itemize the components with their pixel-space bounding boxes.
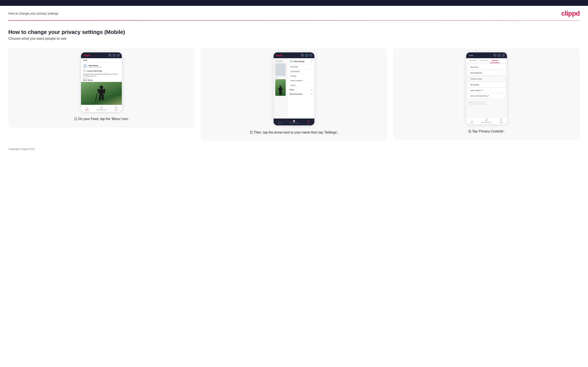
performance-icon: 📈 bbox=[100, 106, 103, 109]
step2-body: APP bbox=[274, 58, 314, 118]
header-title: How to change your privacy settings bbox=[8, 12, 59, 15]
step1-feed-post: BM Blair McHarg Yesterday · Sunningdale … bbox=[81, 62, 122, 81]
step2-section-performance[interactable]: My Performance ∨ bbox=[287, 92, 314, 96]
step3-bottom-bar: ⌂ Home 📈 My Performance ☰ Menu bbox=[466, 117, 507, 124]
step2-bottom-perf-label: My Performance bbox=[289, 122, 299, 124]
step-1-caption: 1) On your Feed, tap the 'Menu' icon. bbox=[74, 117, 129, 121]
step2-nav-icons: 🔍 👤 ⚙ bbox=[301, 54, 312, 57]
step3-settings-body: My Account › Data Integrations › Privacy… bbox=[466, 63, 507, 117]
tab-my-profile[interactable]: My Profile bbox=[468, 58, 478, 63]
svg-rect-4 bbox=[99, 94, 102, 101]
step2-bottom-home-label: Home bbox=[278, 122, 281, 124]
step2-home-label: Home bbox=[290, 89, 294, 91]
step2-menu-settings[interactable]: Settings bbox=[287, 74, 314, 78]
step2-logo: clippd bbox=[276, 54, 282, 57]
step3-bottom-menu[interactable]: ☰ Menu bbox=[500, 118, 503, 123]
top-bar bbox=[0, 0, 588, 6]
golfer-silhouette bbox=[95, 85, 108, 105]
step3-data-integrations[interactable]: Data Integrations › bbox=[468, 70, 505, 75]
step1-bottom-home[interactable]: ⌂ Home bbox=[85, 106, 88, 111]
step3-my-account-chevron: › bbox=[502, 66, 503, 68]
step3-back-bar: ‹ Back 🔍 👤 ⚙ bbox=[466, 52, 507, 58]
step3-service-privacy-label: Service & Privacy Policy ↗ bbox=[470, 95, 489, 97]
step3-version-text: Clippd Client Version: 2022.8.3-3 SQL Se… bbox=[466, 99, 507, 105]
step1-post-name: Blair McHarg bbox=[88, 65, 102, 67]
step3-data-integrations-label: Data Integrations bbox=[470, 72, 482, 74]
search-icon[interactable]: 🔍 bbox=[108, 54, 111, 57]
svg-rect-5 bbox=[101, 94, 104, 100]
step3-settings-icon[interactable]: ⚙ bbox=[502, 54, 505, 57]
step3-privacy-controls-label: Privacy Controls bbox=[471, 78, 482, 80]
step3-nav-icons: 🔍 👤 ⚙ bbox=[494, 54, 505, 57]
step3-bottom-performance[interactable]: 📈 My Performance bbox=[482, 118, 492, 123]
page-heading: How to change your privacy settings (Mob… bbox=[8, 29, 580, 35]
step1-lesson-icon: 📋 bbox=[83, 69, 86, 72]
step-1-card: clippd 🔍 👤 ⚙ Feed BM Blair McHarg bbox=[8, 48, 195, 127]
step2-user-name: Blair McHarg bbox=[294, 60, 304, 62]
menu-icon: ☰ bbox=[115, 106, 117, 109]
svg-rect-1 bbox=[100, 89, 103, 95]
step1-post-desc: Looking to feel like my hands are exitin… bbox=[83, 73, 120, 77]
step1-nav-icons: 🔍 👤 ⚙ bbox=[108, 54, 120, 57]
step3-bottom-home-label: Home bbox=[470, 122, 474, 123]
step1-nav-bar: clippd 🔍 👤 ⚙ bbox=[81, 52, 122, 58]
step1-duration-label: Duration bbox=[83, 78, 120, 79]
step2-perf-icon: 📈 bbox=[293, 120, 295, 122]
step2-performance-label: My Performance bbox=[290, 93, 303, 95]
step2-bottom-close[interactable]: ✕ Menu bbox=[307, 120, 310, 124]
step-3-phone: ‹ Back 🔍 👤 ⚙ My Profile Connections Sett… bbox=[466, 52, 507, 124]
step1-lesson-title: Lesson with Fordy bbox=[87, 70, 102, 72]
step3-my-golf-bag[interactable]: My Golf Bag › bbox=[468, 82, 505, 87]
step2-profile-icon[interactable]: 👤 bbox=[305, 54, 308, 57]
step2-menu-help[interactable]: Help & Support ↗ bbox=[287, 78, 314, 83]
header: How to change your privacy settings clip… bbox=[0, 6, 588, 17]
step3-profile-icon[interactable]: 👤 bbox=[498, 54, 501, 57]
step2-search-icon[interactable]: 🔍 bbox=[301, 54, 304, 57]
step3-bottom-home[interactable]: ⌂ Home bbox=[470, 119, 474, 123]
step3-privacy-controls-chevron: › bbox=[502, 78, 503, 80]
step1-bottom-home-label: Home bbox=[85, 109, 88, 111]
step2-bottom-close-label: Menu bbox=[307, 123, 310, 124]
step2-close-icon: ✕ bbox=[308, 120, 310, 123]
svg-line-6 bbox=[95, 94, 97, 102]
tab-settings[interactable]: Settings bbox=[490, 58, 500, 63]
step2-menu-connections[interactable]: Connections bbox=[287, 69, 314, 74]
step3-my-account[interactable]: My Account › bbox=[468, 65, 505, 70]
step3-perf-icon: 📈 bbox=[485, 118, 488, 121]
page-subheading: Choose what you want people to see bbox=[8, 37, 580, 41]
step2-section-home[interactable]: Home ∨ bbox=[287, 88, 314, 92]
step3-data-integrations-chevron: › bbox=[502, 72, 503, 74]
step3-bottom-performance-label: My Performance bbox=[482, 122, 492, 123]
step1-bottom-menu-label: Menu bbox=[114, 109, 118, 111]
step3-back-label: Back bbox=[469, 54, 473, 56]
step1-logo: clippd bbox=[83, 54, 90, 57]
step3-service-privacy[interactable]: Service & Privacy Policy ↗ bbox=[468, 93, 505, 99]
step3-help-support[interactable]: Help & Support ↗ bbox=[468, 88, 505, 93]
step3-search-icon[interactable]: 🔍 bbox=[494, 54, 497, 57]
step2-settings-icon[interactable]: ⚙ bbox=[309, 54, 312, 57]
footer: Copyright Clippd 2022 bbox=[0, 141, 588, 155]
step1-bottom-performance[interactable]: 📈 My Performance bbox=[97, 106, 107, 111]
step2-user-row[interactable]: BM Blair McHarg ∧ bbox=[287, 58, 314, 65]
step3-bottom-menu-label: Menu bbox=[500, 122, 503, 123]
logo: clippd bbox=[561, 9, 580, 17]
tab-connections[interactable]: Connections bbox=[478, 58, 490, 63]
step2-menu-my-profile[interactable]: My Profile bbox=[287, 65, 314, 69]
step1-post-sub: Yesterday · Sunningdale bbox=[88, 67, 102, 68]
step3-privacy-controls[interactable]: Privacy Controls › bbox=[468, 76, 505, 82]
step3-back-button[interactable]: ‹ Back bbox=[468, 54, 473, 56]
step-2-caption: 2) Then, tap the arrow next to your name… bbox=[250, 130, 338, 135]
profile-icon[interactable]: 👤 bbox=[113, 54, 116, 57]
step3-help-support-label: Help & Support ↗ bbox=[470, 89, 483, 91]
step2-nav-bar: clippd 🔍 👤 ⚙ bbox=[274, 52, 314, 58]
step2-bottom-home[interactable]: ⌂ Home bbox=[278, 120, 281, 124]
step1-bottom-bar: ⌂ Home 📈 My Performance ☰ Menu bbox=[81, 105, 122, 112]
step3-my-account-label: My Account bbox=[470, 66, 478, 68]
step3-menu-icon: ☰ bbox=[500, 118, 502, 121]
step1-bottom-menu[interactable]: ☰ Menu bbox=[114, 106, 118, 111]
step2-bottom-performance[interactable]: 📈 My Performance bbox=[289, 120, 299, 124]
svg-point-7 bbox=[279, 86, 282, 88]
home-icon: ⌂ bbox=[86, 106, 88, 109]
step2-menu-logout[interactable]: Logout bbox=[287, 83, 314, 88]
settings-icon[interactable]: ⚙ bbox=[117, 54, 120, 57]
